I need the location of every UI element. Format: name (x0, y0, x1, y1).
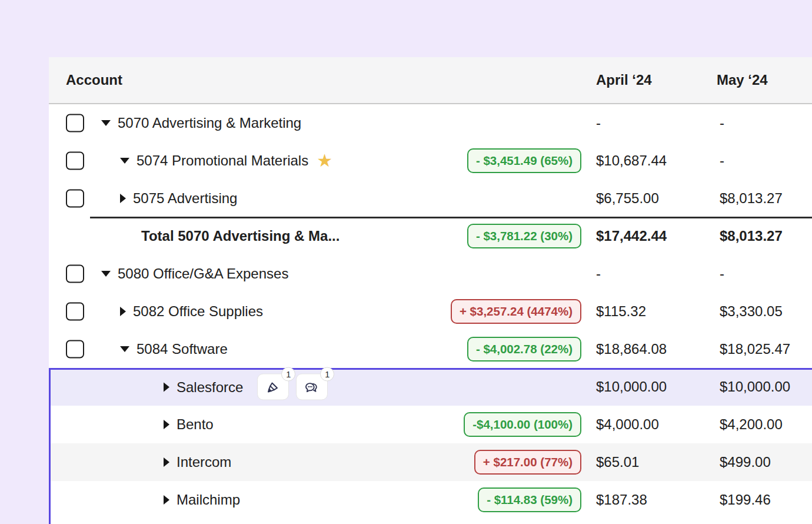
account-label: 5074 Promotional Materials (137, 152, 308, 169)
table-row[interactable]: 5075 Advertising $6,755.00 $8,013.27 (49, 180, 812, 217)
cell-may-value: $8,013.27 (720, 190, 783, 207)
selection-left-border (49, 368, 51, 524)
cell-april-value: $65.01 (596, 454, 639, 470)
accounts-table: Account April ‘24 May ‘24 5070 Advertisi… (49, 57, 812, 524)
cell-may-value: $8,013.27 (720, 228, 783, 244)
cell-april-value: $187.38 (596, 492, 647, 508)
table-row[interactable]: 5082 Office Supplies + $3,257.24 (4474%)… (49, 293, 812, 330)
cell-may-value: - (720, 115, 724, 131)
caret-right-icon[interactable] (164, 382, 169, 392)
comment-button[interactable]: 1 (296, 374, 328, 400)
account-label: Total 5070 Advertising & Ma... (141, 228, 340, 244)
caret-right-icon[interactable] (164, 495, 169, 505)
row-annotations: 1 1 (257, 374, 328, 400)
caret-down-icon[interactable] (120, 346, 129, 352)
cell-may-value: - (720, 266, 724, 282)
row-checkbox[interactable] (66, 152, 84, 170)
cell-april-value: $6,755.00 (596, 190, 659, 207)
table-header-row: Account April ‘24 May ‘24 (49, 57, 812, 104)
column-header-may-24: May ‘24 (717, 72, 768, 88)
account-label: Mailchimp (177, 492, 240, 508)
row-checkbox[interactable] (66, 114, 84, 132)
account-label: 5084 Software (137, 341, 228, 357)
highlight-count-badge: 1 (281, 367, 295, 382)
caret-right-icon[interactable] (120, 307, 126, 316)
row-checkbox[interactable] (66, 265, 84, 283)
cell-may-value: $199.46 (720, 492, 771, 508)
highlighter-icon (265, 379, 281, 395)
table-body: 5070 Advertising & Marketing - - 5074 Pr… (49, 104, 812, 519)
table-row[interactable]: 5080 Office/G&A Expenses - - (49, 255, 812, 293)
table-row[interactable]: Salesforce 1 (49, 368, 812, 406)
row-checkbox[interactable] (66, 190, 84, 208)
cell-april-value: $115.32 (596, 303, 646, 320)
comment-count-badge: 1 (320, 367, 334, 382)
cell-may-value: $499.00 (720, 454, 771, 470)
variance-badge[interactable]: -$4,100.00 (100%) (464, 412, 581, 437)
table-row[interactable]: 5070 Advertising & Marketing - - (49, 104, 812, 142)
table-row[interactable]: Mailchimp - $114.83 (59%) $187.38 $199.4… (49, 481, 812, 519)
account-label: Salesforce (177, 379, 243, 395)
table-row[interactable]: 5084 Software - $4,002.78 (22%) $18,864.… (49, 330, 812, 368)
cell-april-value: $4,000.00 (596, 416, 659, 433)
cell-may-value: $3,330.05 (720, 303, 783, 320)
account-label: 5070 Advertising & Marketing (118, 115, 301, 131)
column-header-account: Account (66, 72, 122, 88)
comment-icon (304, 379, 320, 395)
row-checkbox[interactable] (66, 303, 84, 321)
caret-down-icon[interactable] (120, 158, 129, 164)
page-background: Account April ‘24 May ‘24 5070 Advertisi… (0, 0, 812, 524)
cell-april-value: $10,000.00 (596, 379, 667, 395)
cell-april-value: $17,442.44 (596, 228, 667, 244)
variance-badge[interactable]: - $114.83 (59%) (478, 487, 581, 512)
cell-april-value: $18,864.08 (596, 341, 667, 357)
account-label: Bento (177, 416, 214, 433)
caret-right-icon[interactable] (164, 457, 169, 467)
table-row[interactable]: 5074 Promotional Materials ★ - $3,451.49… (49, 142, 812, 180)
cell-april-value: - (596, 266, 601, 282)
account-label: 5080 Office/G&A Expenses (118, 266, 288, 282)
variance-badge[interactable]: - $4,002.78 (22%) (467, 337, 581, 362)
variance-badge[interactable]: + $3,257.24 (4474%) (451, 299, 581, 324)
account-label: Intercom (177, 454, 231, 470)
table-row[interactable]: Bento -$4,100.00 (100%) $4,000.00 $4,200… (49, 406, 812, 443)
variance-badge[interactable]: - $3,781.22 (30%) (467, 224, 581, 248)
star-icon[interactable]: ★ (317, 152, 332, 170)
account-label: 5075 Advertising (133, 190, 237, 207)
caret-right-icon[interactable] (164, 420, 169, 429)
cell-may-value: $10,000.00 (720, 379, 790, 395)
table-row[interactable]: Total 5070 Advertising & Ma... - $3,781.… (49, 217, 812, 255)
cell-april-value: $10,687.44 (596, 152, 667, 169)
variance-badge[interactable]: + $217.00 (77%) (474, 450, 581, 475)
cell-may-value: - (720, 152, 724, 169)
highlight-button[interactable]: 1 (257, 374, 289, 400)
table-row[interactable]: Intercom + $217.00 (77%) $65.01 $499.00 (49, 443, 812, 481)
column-header-april-24: April ‘24 (596, 72, 652, 88)
caret-down-icon[interactable] (101, 271, 111, 277)
variance-badge[interactable]: - $3,451.49 (65%) (467, 148, 581, 173)
cell-may-value: $18,025.47 (720, 341, 790, 357)
row-checkbox[interactable] (66, 340, 84, 359)
caret-right-icon[interactable] (120, 194, 126, 203)
cell-april-value: - (596, 115, 601, 131)
caret-down-icon[interactable] (101, 120, 111, 126)
account-label: 5082 Office Supplies (133, 303, 263, 320)
cell-may-value: $4,200.00 (720, 416, 783, 433)
